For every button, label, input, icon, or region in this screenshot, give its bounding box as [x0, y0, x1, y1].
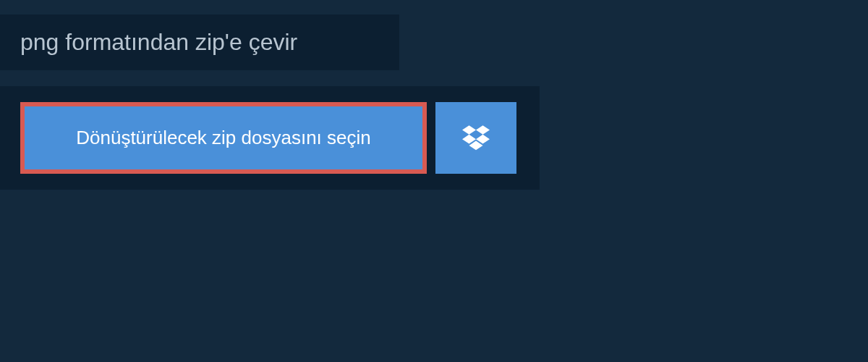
select-file-label: Dönüştürülecek zip dosyasını seçin: [76, 127, 371, 149]
select-file-button[interactable]: Dönüştürülecek zip dosyasını seçin: [20, 102, 427, 174]
dropbox-button[interactable]: [435, 102, 516, 174]
dropbox-icon: [462, 123, 490, 153]
page-title: png formatından zip'e çevir: [20, 29, 379, 56]
action-panel: Dönüştürülecek zip dosyasını seçin: [0, 86, 540, 190]
header-bar: png formatından zip'e çevir: [0, 14, 399, 70]
